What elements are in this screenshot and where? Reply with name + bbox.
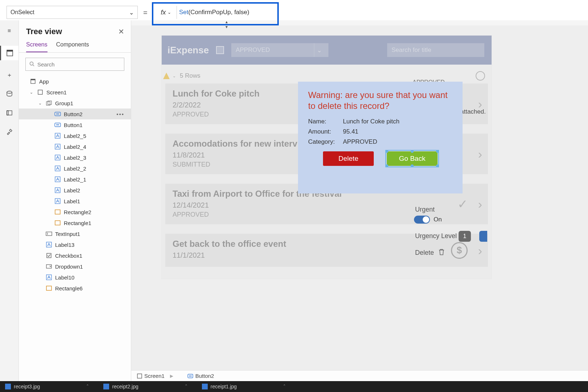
- label-icon: [54, 176, 61, 183]
- breadcrumb-button-label: Button2: [195, 373, 214, 379]
- tree-item-label: Rectangle6: [55, 285, 83, 291]
- insert-icon[interactable]: ＋: [5, 71, 13, 79]
- trash-icon[interactable]: [438, 248, 445, 257]
- urgency-level-1[interactable]: 1: [459, 231, 471, 242]
- resize-handle-icon[interactable]: ▴▾: [225, 19, 228, 29]
- tree-item-dropdown1[interactable]: Dropdown1: [19, 261, 131, 272]
- label-icon: [46, 241, 52, 248]
- urgency-level-2[interactable]: [479, 231, 487, 242]
- tree-item-label2_2[interactable]: Label2_2: [19, 163, 131, 174]
- tree-view-icon[interactable]: [0, 46, 18, 60]
- breadcrumb-button[interactable]: Button2: [185, 371, 217, 380]
- tree-item-textinput1[interactable]: TextInput1: [19, 228, 131, 239]
- selection-handle[interactable]: [385, 164, 388, 167]
- tree-item-label: Label1: [64, 198, 80, 204]
- close-icon[interactable]: ✕: [118, 27, 124, 36]
- delete-button[interactable]: Delete: [323, 151, 374, 166]
- more-icon[interactable]: •••: [116, 111, 127, 117]
- tree-item-rectangle1[interactable]: Rectangle1: [19, 217, 131, 228]
- breadcrumb-screen[interactable]: Screen1 ►: [134, 371, 177, 380]
- tree-item-rectangle2[interactable]: Rectangle2: [19, 207, 131, 217]
- taskbar-file-1[interactable]: receipt3.jpg˄: [5, 384, 89, 389]
- tree-view-panel: Tree view ✕ Screens Components Search Ap…: [19, 20, 131, 381]
- label-icon: [54, 187, 61, 193]
- taskbar-file-3[interactable]: receipt1.jpg˄: [202, 384, 286, 389]
- svg-rect-3: [7, 111, 12, 115]
- warning-icon: [163, 73, 170, 79]
- go-back-button[interactable]: Go Back: [387, 151, 438, 166]
- tree-item-label: Button2: [64, 111, 83, 117]
- tree-item-rectangle6[interactable]: Rectangle6: [19, 283, 131, 294]
- tree-item-label: Label13: [55, 242, 74, 248]
- tree-item-checkbox1[interactable]: Checkbox1: [19, 250, 131, 261]
- dollar-icon[interactable]: $: [451, 242, 468, 259]
- label-icon: [46, 274, 52, 281]
- taskbar-file-2[interactable]: receipt2.jpg˄: [103, 384, 187, 389]
- tree-item-app[interactable]: App: [19, 76, 131, 87]
- svg-rect-31: [46, 286, 51, 290]
- svg-rect-23: [55, 210, 60, 214]
- image-file-icon: [202, 384, 208, 389]
- tab-components[interactable]: Components: [56, 39, 89, 52]
- title-search-input[interactable]: Search for title: [387, 43, 484, 57]
- image-file-icon: [5, 384, 11, 389]
- taskbar-file-2-label: receipt2.jpg: [112, 384, 138, 389]
- chevron-up-icon: ˄: [185, 384, 187, 389]
- urgent-toggle[interactable]: [414, 216, 430, 224]
- tree-item-screen1[interactable]: ⌄Screen1: [19, 87, 131, 98]
- chevron-right-icon[interactable]: ›: [478, 147, 482, 161]
- selection-handle[interactable]: [411, 150, 414, 153]
- group-icon: [46, 100, 52, 106]
- chevron-right-icon[interactable]: ›: [478, 243, 482, 257]
- chevron-down-icon: ⌄: [314, 43, 324, 57]
- check-icon[interactable]: ✓: [457, 197, 468, 211]
- canvas-area: iExpense APPROVED ⌄ Search for title ⌄ 5…: [131, 25, 588, 370]
- tree-search-input[interactable]: Search: [25, 58, 124, 71]
- svg-rect-34: [189, 376, 192, 376]
- popup-warning-text: Warning: are you sure that you want to d…: [308, 90, 452, 111]
- taskbar: receipt3.jpg˄ receipt2.jpg˄ receipt1.jpg…: [0, 381, 588, 392]
- tree-item-label13[interactable]: Label13: [19, 239, 131, 250]
- tree-item-label2_1[interactable]: Label2_1: [19, 174, 131, 185]
- refresh-icon[interactable]: [476, 71, 485, 81]
- selection-handle[interactable]: [411, 164, 414, 167]
- chevron-right-icon[interactable]: ›: [478, 197, 482, 211]
- equals-sign: =: [143, 9, 148, 17]
- selection-handle[interactable]: [385, 150, 388, 153]
- svg-rect-13: [56, 114, 59, 114]
- selection-handle[interactable]: [436, 150, 439, 153]
- side-urgent-label: Urgent: [415, 206, 435, 213]
- chevron-down-icon: ⌄: [30, 90, 34, 95]
- tab-screens[interactable]: Screens: [26, 39, 47, 52]
- taskbar-file-1-label: receipt3.jpg: [14, 384, 40, 389]
- tree-item-label10[interactable]: Label10: [19, 272, 131, 283]
- tree-item-label: Label2_3: [64, 155, 86, 161]
- status-dropdown[interactable]: APPROVED ⌄: [231, 43, 328, 57]
- tree-item-label: Screen1: [46, 89, 67, 95]
- chevron-down-icon[interactable]: ⌄: [173, 74, 177, 78]
- confirm-popup: Warning: are you sure that you want to d…: [298, 82, 463, 193]
- tools-icon[interactable]: [5, 128, 13, 136]
- tree-item-label: Checkbox1: [55, 253, 82, 259]
- data-icon[interactable]: [5, 90, 13, 98]
- record-title: Get back to the office event: [173, 239, 481, 249]
- tree-item-button1[interactable]: Button1: [19, 119, 131, 130]
- header-checkbox[interactable]: [216, 46, 224, 54]
- chevron-down-icon: ⌄: [38, 101, 43, 106]
- search-icon: [29, 61, 34, 68]
- tree-item-label1[interactable]: Label1: [19, 196, 131, 207]
- tree-item-label: Label2_5: [64, 133, 86, 139]
- tree-item-label2_5[interactable]: Label2_5: [19, 130, 131, 141]
- property-dropdown[interactable]: OnSelect ⌄: [7, 6, 138, 19]
- tree-item-label2_4[interactable]: Label2_4: [19, 141, 131, 152]
- tree-item-group1[interactable]: ⌄Group1: [19, 98, 131, 109]
- tree-item-button2[interactable]: Button2•••: [19, 109, 131, 119]
- label-icon: [54, 198, 61, 204]
- selection-handle[interactable]: [436, 164, 439, 167]
- svg-rect-15: [56, 124, 59, 125]
- media-icon[interactable]: [5, 109, 13, 117]
- tree-item-label2[interactable]: Label2: [19, 185, 131, 196]
- taskbar-file-3-label: receipt1.jpg: [211, 384, 237, 389]
- tree-item-label2_3[interactable]: Label2_3: [19, 152, 131, 163]
- hamburger-icon[interactable]: ≡: [5, 27, 13, 35]
